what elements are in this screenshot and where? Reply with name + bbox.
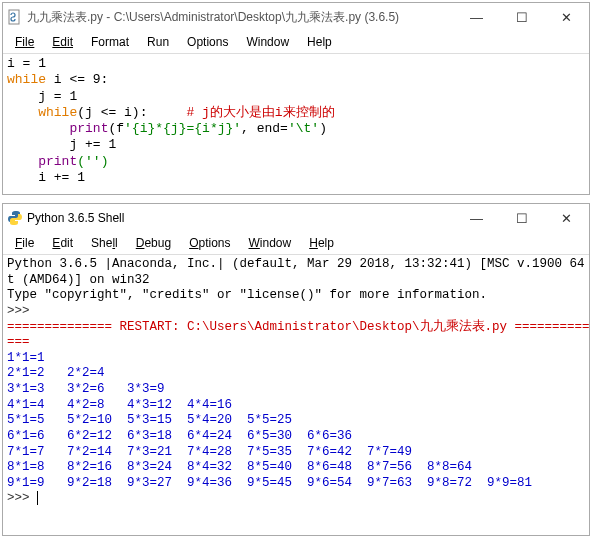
- shell-banner-3: Type "copyright", "credits" or "license(…: [7, 288, 487, 302]
- shell-banner-2: t (AMD64)] on win32: [7, 273, 150, 287]
- code-l7-args: (''): [77, 154, 108, 169]
- code-line-6: j += 1: [7, 137, 116, 152]
- code-line-7-pre: [7, 154, 38, 169]
- shell-banner-1: Python 3.6.5 |Anaconda, Inc.| (default, …: [7, 257, 589, 271]
- shell-minimize-button[interactable]: —: [454, 204, 499, 232]
- code-l5-fpre: f: [116, 121, 124, 136]
- code-comment: # j的大小是由i来控制的: [147, 105, 334, 120]
- shell-menu-file[interactable]: File: [7, 234, 42, 252]
- code-line-1: i = 1: [7, 56, 46, 71]
- shell-output-row-2: 2*1=2 2*2=4: [7, 366, 105, 380]
- idle-shell-window: Python 3.6.5 Shell — ☐ ✕ File Edit Shell…: [2, 203, 590, 536]
- code-fn-print-2: print: [38, 154, 77, 169]
- code-kw-while-1: while: [7, 72, 46, 87]
- shell-prompt-2: >>>: [7, 491, 30, 505]
- editor-close-button[interactable]: ✕: [544, 3, 589, 31]
- editor-titlebar[interactable]: 九九乘法表.py - C:\Users\Administrator\Deskto…: [3, 3, 589, 31]
- code-l5-close: ): [319, 121, 327, 136]
- shell-window-controls: — ☐ ✕: [454, 204, 589, 232]
- shell-cursor: [37, 491, 38, 505]
- shell-menu-options[interactable]: Options: [181, 234, 238, 252]
- editor-menu-window[interactable]: Window: [238, 33, 297, 51]
- shell-restart-cont: ===: [7, 335, 30, 349]
- shell-titlebar[interactable]: Python 3.6.5 Shell — ☐ ✕: [3, 204, 589, 232]
- shell-close-button[interactable]: ✕: [544, 204, 589, 232]
- code-line-2-rest: i <= 9:: [46, 72, 108, 87]
- editor-menu-format[interactable]: Format: [83, 33, 137, 51]
- editor-title: 九九乘法表.py - C:\Users\Administrator\Deskto…: [27, 9, 454, 26]
- editor-minimize-button[interactable]: —: [454, 3, 499, 31]
- python-file-icon: [7, 9, 23, 25]
- editor-menu-file[interactable]: File: [7, 33, 42, 51]
- shell-output-row-3: 3*1=3 3*2=6 3*3=9: [7, 382, 165, 396]
- shell-output-row-6: 6*1=6 6*2=12 6*3=18 6*4=24 6*5=30 6*6=36: [7, 429, 352, 443]
- shell-output-row-5: 5*1=5 5*2=10 5*3=15 5*4=20 5*5=25: [7, 413, 292, 427]
- shell-output-row-9: 9*1=9 9*2=18 9*3=27 9*4=36 9*5=45 9*6=54…: [7, 476, 532, 490]
- shell-maximize-button[interactable]: ☐: [499, 204, 544, 232]
- code-fn-print-1: print: [69, 121, 108, 136]
- shell-menu-edit[interactable]: Edit: [44, 234, 81, 252]
- shell-output-row-7: 7*1=7 7*2=14 7*3=21 7*4=28 7*5=35 7*6=42…: [7, 445, 412, 459]
- code-line-3: j = 1: [7, 89, 77, 104]
- shell-output-row-4: 4*1=4 4*2=8 4*3=12 4*4=16: [7, 398, 232, 412]
- code-line-5-pre: [7, 121, 69, 136]
- code-kw-while-2: while: [38, 105, 77, 120]
- shell-output-row-8: 8*1=8 8*2=16 8*3=24 8*4=32 8*5=40 8*6=48…: [7, 460, 472, 474]
- shell-output-area[interactable]: Python 3.6.5 |Anaconda, Inc.| (default, …: [3, 255, 589, 535]
- editor-menu-edit[interactable]: Edit: [44, 33, 81, 51]
- shell-menu-window[interactable]: Window: [241, 234, 300, 252]
- editor-code-area[interactable]: i = 1 while i <= 9: j = 1 while(j <= i):…: [3, 54, 589, 194]
- editor-maximize-button[interactable]: ☐: [499, 3, 544, 31]
- shell-menubar: File Edit Shell Debug Options Window Hel…: [3, 232, 589, 255]
- shell-prompt-1: >>>: [7, 304, 30, 318]
- code-l5-mid: , end=: [241, 121, 288, 136]
- python-shell-icon: [7, 210, 23, 226]
- code-line-4-pre: [7, 105, 38, 120]
- editor-menu-run[interactable]: Run: [139, 33, 177, 51]
- shell-menu-shell[interactable]: Shell: [83, 234, 126, 252]
- editor-window-controls: — ☐ ✕: [454, 3, 589, 31]
- code-l5-str2: '\t': [288, 121, 319, 136]
- editor-menubar: File Edit Format Run Options Window Help: [3, 31, 589, 54]
- editor-menu-options[interactable]: Options: [179, 33, 236, 51]
- code-line-4-cond: (j <= i):: [77, 105, 147, 120]
- code-l5-str1: '{i}*{j}={i*j}': [124, 121, 241, 136]
- shell-menu-debug[interactable]: Debug: [128, 234, 179, 252]
- editor-menu-help[interactable]: Help: [299, 33, 340, 51]
- idle-editor-window: 九九乘法表.py - C:\Users\Administrator\Deskto…: [2, 2, 590, 195]
- shell-output-row-1: 1*1=1: [7, 351, 45, 365]
- shell-title: Python 3.6.5 Shell: [27, 211, 454, 225]
- shell-restart-line: ============== RESTART: C:\Users\Adminis…: [7, 320, 589, 334]
- shell-menu-help[interactable]: Help: [301, 234, 342, 252]
- code-line-8: i += 1: [7, 170, 85, 185]
